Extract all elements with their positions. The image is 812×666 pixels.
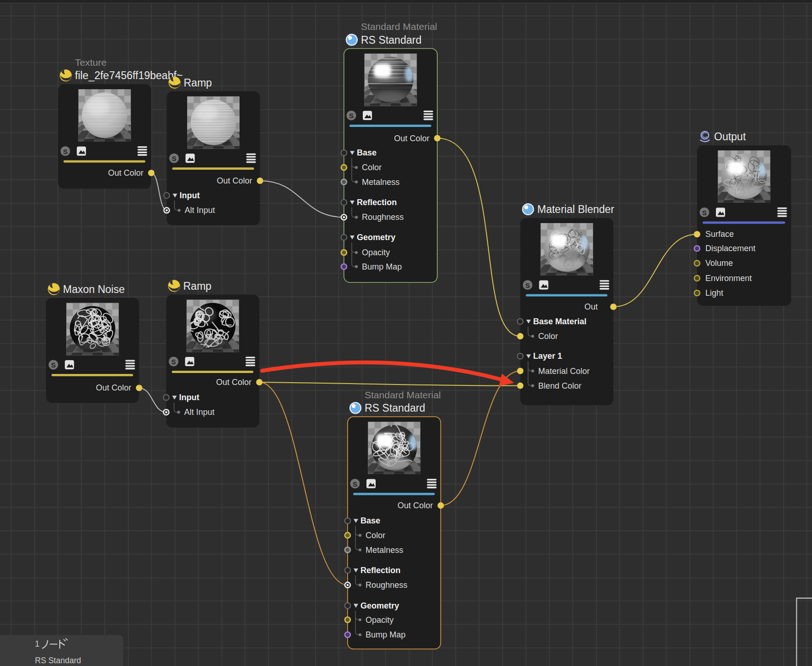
svg-text:Color: Color: [366, 531, 385, 540]
svg-text:Out: Out: [584, 302, 598, 311]
svg-text:Out Color: Out Color: [394, 134, 429, 143]
svg-text:Out Color: Out Color: [217, 176, 252, 185]
svg-text:Maxon Noise: Maxon Noise: [63, 283, 125, 295]
svg-text:Ramp: Ramp: [183, 280, 212, 292]
svg-text:Standard Material: Standard Material: [361, 21, 437, 32]
svg-text:Metalness: Metalness: [366, 545, 403, 555]
svg-text:RS Standard: RS Standard: [365, 402, 425, 414]
svg-text:Color: Color: [362, 163, 382, 172]
svg-text:Displacement: Displacement: [705, 244, 755, 253]
svg-text:Texture: Texture: [75, 57, 107, 68]
svg-text:Surface: Surface: [705, 230, 734, 239]
svg-text:Roughness: Roughness: [362, 212, 404, 222]
svg-text:Material Blender: Material Blender: [538, 203, 615, 215]
svg-text:Base: Base: [357, 148, 377, 157]
svg-text:RS Standard: RS Standard: [35, 656, 81, 665]
svg-text:Bump Map: Bump Map: [362, 262, 402, 271]
svg-text:Reflection: Reflection: [357, 198, 397, 207]
svg-text:Volume: Volume: [705, 258, 733, 268]
svg-text:Standard Material: Standard Material: [365, 390, 441, 400]
svg-text:Layer 1: Layer 1: [533, 351, 562, 361]
svg-text:Bump Map: Bump Map: [366, 630, 406, 639]
svg-text:file_2fe7456ff19beabf~: file_2fe7456ff19beabf~: [75, 69, 183, 81]
svg-text:Material Color: Material Color: [538, 367, 590, 376]
svg-text:Input: Input: [179, 393, 200, 402]
svg-text:1: 1: [35, 639, 40, 649]
svg-text:Environment: Environment: [705, 274, 752, 283]
svg-text:RS Standard: RS Standard: [361, 34, 422, 46]
svg-text:Opacity: Opacity: [362, 248, 390, 257]
svg-text:Color: Color: [538, 332, 558, 341]
svg-text:Geometry: Geometry: [357, 233, 395, 242]
svg-text:Blend Color: Blend Color: [538, 381, 582, 390]
svg-text:Opacity: Opacity: [366, 615, 394, 625]
svg-text:Base Material: Base Material: [533, 317, 587, 326]
svg-text:Base: Base: [360, 516, 380, 525]
svg-text:Input: Input: [180, 191, 200, 200]
svg-text:Out Color: Out Color: [96, 383, 131, 392]
svg-text:Out Color: Out Color: [108, 168, 143, 178]
svg-text:Geometry: Geometry: [360, 601, 399, 610]
svg-text:Metalness: Metalness: [362, 178, 400, 187]
svg-text:Out Color: Out Color: [216, 378, 252, 387]
svg-text:Reflection: Reflection: [360, 566, 400, 575]
svg-text:Ramp: Ramp: [184, 77, 212, 89]
svg-text:Alt Input: Alt Input: [184, 408, 215, 417]
svg-text:Alt Input: Alt Input: [185, 206, 215, 215]
svg-text:Light: Light: [705, 288, 723, 298]
svg-text:Out Color: Out Color: [397, 501, 433, 510]
svg-text:Roughness: Roughness: [366, 580, 407, 590]
svg-text:Output: Output: [714, 131, 746, 143]
